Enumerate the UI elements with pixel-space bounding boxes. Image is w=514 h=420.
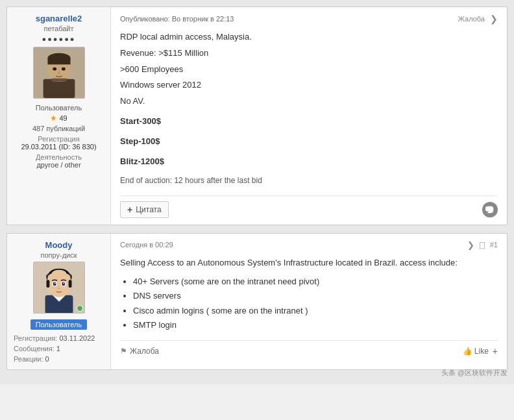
post1-star-row: ★ 49 [14,114,104,123]
post1-avatar [33,47,85,99]
post2-role-badge: Пользователь [31,319,87,330]
report-icon-2: ⚑ [120,347,127,356]
post2-reactions-val: 0 [45,355,49,363]
post1-header: Опубликовано: Во вторник в 22:13 Жалоба … [120,14,498,24]
plus-icon: + [127,204,132,215]
svg-rect-1 [43,79,75,98]
post1-reg-label: Регистрация [14,135,104,143]
post2-report-button[interactable]: ⚑ Жалоба [120,347,159,356]
post2-body: Selling Access to an Autonomous System's… [120,256,498,332]
post-1: sganarelle2 петабайт ●●●●●● [6,6,508,225]
star-icon: ★ [50,114,57,123]
thumbs-up-icon: 👍 [463,347,472,356]
online-indicator [77,305,83,312]
post1-line-2: >600 Employees [120,63,498,77]
post1-username[interactable]: sganarelle2 [14,14,104,23]
bookmark-icon-2[interactable]: ⎕ [480,240,485,250]
svg-rect-8 [51,79,66,82]
bullet-item-0: 40+ Servers (some are on the intranet ne… [133,275,498,289]
post2-like-label: Like [474,347,489,356]
post1-body: RDP local admin access, Malaysia. Revenu… [120,31,498,188]
post2-messages-label: Сообщения: [14,345,55,352]
post2-like-button[interactable]: 👍 Like [463,347,489,356]
post2-report-label: Жалоба [130,347,159,356]
post2-intro: Selling Access to an Autonomous System's… [120,256,498,270]
post2-add-button[interactable]: + [493,346,498,356]
post2-avatar [33,262,85,314]
post2-sidebar: Moody попру-диск [7,234,111,369]
post1-star-count: 49 [59,114,67,122]
svg-point-19 [54,282,55,284]
svg-point-18 [62,282,65,286]
post2-timestamp: Сегодня в 00:29 [120,241,173,249]
post1-activity-label: Деятельность [14,153,104,161]
post2-reactions-row: Реакции: 0 [14,355,104,363]
post2-reg-date: 03.11.2022 [59,334,95,342]
post1-dots: ●●●●●● [14,35,104,43]
post1-footer: + Цитата [120,195,498,218]
post1-activity-val: другое / other [14,161,104,169]
svg-point-20 [63,282,64,284]
bullet-item-3: SMTP login [133,318,498,332]
post1-timestamp: Опубликовано: Во вторник в 22:13 [120,15,234,23]
post2-content: Сегодня в 00:29 ❯ ⎕ #1 Selling Access to… [111,234,507,369]
bullet-item-2: Cisco admin logins ( some are on the int… [133,304,498,318]
post1-share-icon[interactable]: ❯ [490,14,498,24]
post1-bold-2: Blitz-1200$ [120,155,498,169]
post2-bullet-list: 40+ Servers (some are on the intranet ne… [120,275,498,332]
post1-end-auction: End of auction: 12 hours after the last … [120,175,498,187]
share-icon-2[interactable]: ❯ [467,240,474,250]
post2-reg-row: Регистрация: 03.11.2022 [14,334,104,342]
post1-quote-button[interactable]: + Цитата [120,201,169,218]
post2-username[interactable]: Moody [14,240,104,250]
svg-rect-13 [46,280,49,288]
post1-content: Опубликовано: Во вторник в 22:13 Жалоба … [111,7,507,225]
bullet-item-1: DNS servers [133,289,498,303]
post1-quote-label: Цитата [136,205,161,214]
post2-reactions-label: Реакции: [14,355,43,363]
svg-point-17 [53,282,56,286]
post2-like-area: 👍 Like + [463,346,498,356]
svg-point-6 [53,68,56,71]
post2-actions: ❯ ⎕ #1 [467,240,498,250]
svg-rect-5 [47,58,70,65]
post2-reg-label: Регистрация: [14,334,57,342]
post-2: Moody попру-диск [6,233,508,370]
post1-line-3: Windows server 2012 [120,79,498,92]
post1-bold-0: Start-300$ [120,115,498,129]
post1-publications: 487 публикаций [14,125,104,132]
post1-bold-1: Step-100$ [120,135,498,149]
post2-num: #1 [490,241,498,249]
post1-line-4: No AV. [120,95,498,108]
svg-point-7 [61,68,65,71]
post1-reply-button[interactable] [482,202,498,217]
svg-point-12 [47,270,71,297]
post1-line-1: Revenue: >$115 Million [120,47,498,60]
post1-report-link[interactable]: Жалоба [458,15,485,23]
post2-header: Сегодня в 00:29 ❯ ⎕ #1 [120,240,498,250]
post1-reg-date: 29.03.2011 (ID: 36 830) [14,143,104,151]
post2-messages-row: Сообщения: 1 [14,345,104,352]
post2-footer: ⚑ Жалоба 👍 Like + [120,340,498,356]
svg-rect-14 [68,280,71,288]
post2-messages-val: 1 [56,345,60,352]
post1-sidebar: sganarelle2 петабайт ●●●●●● [7,7,111,225]
post2-rank: попру-диск [14,251,104,259]
post1-role: Пользователь [14,104,104,112]
post1-actions: Жалоба ❯ [458,14,498,24]
post1-rank: петабайт [14,25,104,32]
post1-line-0: RDP local admin access, Malaysia. [120,31,498,44]
